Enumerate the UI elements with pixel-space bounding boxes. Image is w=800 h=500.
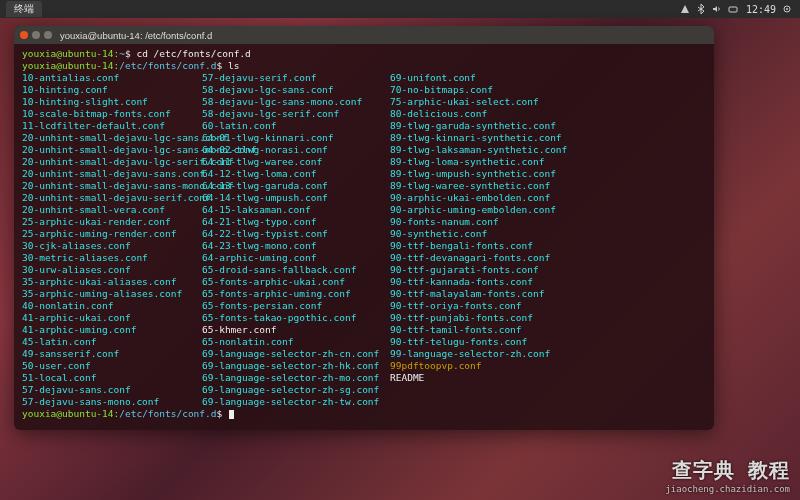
file-entry: 90-ttf-kannada-fonts.conf — [390, 276, 706, 288]
file-entry: 51-local.conf — [22, 372, 202, 384]
file-entry: 65-fonts-arphic-ukai.conf — [202, 276, 390, 288]
gear-icon[interactable] — [782, 4, 792, 14]
prompt-user: youxia@ubuntu-14 — [22, 48, 114, 59]
file-entry: 20-unhint-small-vera.conf — [22, 204, 202, 216]
file-entry: 64-22-tlwg-typist.conf — [202, 228, 390, 240]
close-icon[interactable] — [20, 31, 28, 39]
file-entry: 20-unhint-small-dejavu-lgc-serif.conf — [22, 156, 202, 168]
minimize-icon[interactable] — [32, 31, 40, 39]
file-entry: 41-arphic-uming.conf — [22, 324, 202, 336]
file-entry: 89-tlwg-laksaman-synthetic.conf — [390, 144, 706, 156]
file-entry: 65-khmer.conf — [202, 324, 390, 336]
os-topbar: 终端 12:49 — [0, 0, 800, 18]
file-entry: 30-urw-aliases.conf — [22, 264, 202, 276]
file-entry: 64-02-tlwg-norasi.conf — [202, 144, 390, 156]
file-entry: 64-13-tlwg-garuda.conf — [202, 180, 390, 192]
file-entry: 89-tlwg-loma-synthetic.conf — [390, 156, 706, 168]
terminal-line: youxia@ubuntu-14:/etc/fonts/conf.d$ — [22, 408, 706, 420]
file-entry: 41-arphic-ukai.conf — [22, 312, 202, 324]
file-entry: 64-21-tlwg-typo.conf — [202, 216, 390, 228]
file-entry: 89-tlwg-kinnari-synthetic.conf — [390, 132, 706, 144]
window-title: youxia@ubuntu-14: /etc/fonts/conf.d — [60, 30, 212, 41]
file-entry: 45-latin.conf — [22, 336, 202, 348]
terminal-line: youxia@ubuntu-14:/etc/fonts/conf.d$ ls — [22, 60, 706, 72]
file-entry: 89-tlwg-waree-synthetic.conf — [390, 180, 706, 192]
file-entry: 30-metric-aliases.conf — [22, 252, 202, 264]
file-entry: 57-dejavu-serif.conf — [202, 72, 390, 84]
file-entry: 20-unhint-small-dejavu-sans-mono.conf — [22, 180, 202, 192]
file-entry: 65-fonts-arphic-uming.conf — [202, 288, 390, 300]
file-entry: 49-sansserif.conf — [22, 348, 202, 360]
file-entry: 65-nonlatin.conf — [202, 336, 390, 348]
active-app-tab[interactable]: 终端 — [6, 1, 42, 17]
terminal-window: youxia@ubuntu-14: /etc/fonts/conf.d youx… — [14, 26, 714, 430]
file-entry: 69-language-selector-zh-tw.conf — [202, 396, 390, 408]
file-entry: 99-language-selector-zh.conf — [390, 348, 706, 360]
ls-output: 10-antialias.conf10-hinting.conf10-hinti… — [22, 72, 706, 408]
terminal-line: youxia@ubuntu-14:~$ cd /etc/fonts/conf.d — [22, 48, 706, 60]
file-entry: README — [390, 372, 706, 384]
file-entry: 57-dejavu-sans-mono.conf — [22, 396, 202, 408]
file-entry: 20-unhint-small-dejavu-serif.conf — [22, 192, 202, 204]
file-entry: 65-fonts-persian.conf — [202, 300, 390, 312]
file-entry: 64-11-tlwg-waree.conf — [202, 156, 390, 168]
file-entry: 69-language-selector-zh-cn.conf — [202, 348, 390, 360]
prompt-command: cd /etc/fonts/conf.d — [136, 48, 250, 59]
file-entry: 35-arphic-uming-aliases.conf — [22, 288, 202, 300]
file-entry: 20-unhint-small-dejavu-sans.conf — [22, 168, 202, 180]
watermark: 查字典 教程 jiaocheng.chazidian.com — [665, 457, 790, 494]
file-entry: 80-delicious.conf — [390, 108, 706, 120]
file-entry: 90-ttf-bengali-fonts.conf — [390, 240, 706, 252]
window-titlebar[interactable]: youxia@ubuntu-14: /etc/fonts/conf.d — [14, 26, 714, 44]
file-entry: 90-synthetic.conf — [390, 228, 706, 240]
terminal-body[interactable]: youxia@ubuntu-14:~$ cd /etc/fonts/conf.d… — [14, 44, 714, 430]
clock[interactable]: 12:49 — [746, 4, 776, 15]
watermark-brand: 查字典 教程 — [665, 457, 790, 484]
prompt-path: /etc/fonts/conf.d — [119, 408, 216, 419]
file-entry: 70-no-bitmaps.conf — [390, 84, 706, 96]
file-entry: 10-scale-bitmap-fonts.conf — [22, 108, 202, 120]
file-entry: 35-arphic-ukai-aliases.conf — [22, 276, 202, 288]
file-entry: 90-ttf-telugu-fonts.conf — [390, 336, 706, 348]
file-entry: 64-14-tlwg-umpush.conf — [202, 192, 390, 204]
file-entry: 50-user.conf — [22, 360, 202, 372]
file-entry: 69-language-selector-zh-sg.conf — [202, 384, 390, 396]
file-entry: 65-fonts-takao-pgothic.conf — [202, 312, 390, 324]
file-entry: 65-droid-sans-fallback.conf — [202, 264, 390, 276]
cursor-icon — [229, 410, 234, 419]
file-entry: 64-15-laksaman.conf — [202, 204, 390, 216]
file-entry: 89-tlwg-garuda-synthetic.conf — [390, 120, 706, 132]
keyboard-icon[interactable] — [728, 4, 738, 14]
file-entry: 89-tlwg-umpush-synthetic.conf — [390, 168, 706, 180]
file-entry: 64-23-tlwg-mono.conf — [202, 240, 390, 252]
network-icon[interactable] — [680, 4, 690, 14]
file-entry: 64-arphic-uming.conf — [202, 252, 390, 264]
file-entry: 64-01-tlwg-kinnari.conf — [202, 132, 390, 144]
file-entry: 69-language-selector-zh-hk.conf — [202, 360, 390, 372]
file-entry: 90-arphic-ukai-embolden.conf — [390, 192, 706, 204]
file-entry: 75-arphic-ukai-select.conf — [390, 96, 706, 108]
file-entry: 69-language-selector-zh-mo.conf — [202, 372, 390, 384]
maximize-icon[interactable] — [44, 31, 52, 39]
file-entry: 90-fonts-nanum.conf — [390, 216, 706, 228]
volume-icon[interactable] — [712, 4, 722, 14]
prompt-user: youxia@ubuntu-14 — [22, 408, 114, 419]
file-entry: 10-hinting.conf — [22, 84, 202, 96]
file-entry: 30-cjk-aliases.conf — [22, 240, 202, 252]
prompt-command: ls — [228, 60, 239, 71]
file-entry: 58-dejavu-lgc-sans.conf — [202, 84, 390, 96]
file-entry: 58-dejavu-lgc-sans-mono.conf — [202, 96, 390, 108]
file-entry: 25-arphic-uming-render.conf — [22, 228, 202, 240]
file-entry: 90-ttf-malayalam-fonts.conf — [390, 288, 706, 300]
svg-point-2 — [786, 8, 788, 10]
file-entry: 20-unhint-small-dejavu-lgc-sans-mono.con… — [22, 144, 202, 156]
prompt-user: youxia@ubuntu-14 — [22, 60, 114, 71]
bluetooth-icon[interactable] — [696, 4, 706, 14]
file-entry: 90-ttf-oriya-fonts.conf — [390, 300, 706, 312]
prompt-path: /etc/fonts/conf.d — [119, 60, 216, 71]
file-entry: 60-latin.conf — [202, 120, 390, 132]
file-entry: 58-dejavu-lgc-serif.conf — [202, 108, 390, 120]
file-entry: 90-arphic-uming-embolden.conf — [390, 204, 706, 216]
file-entry: 64-12-tlwg-loma.conf — [202, 168, 390, 180]
file-entry: 57-dejavu-sans.conf — [22, 384, 202, 396]
